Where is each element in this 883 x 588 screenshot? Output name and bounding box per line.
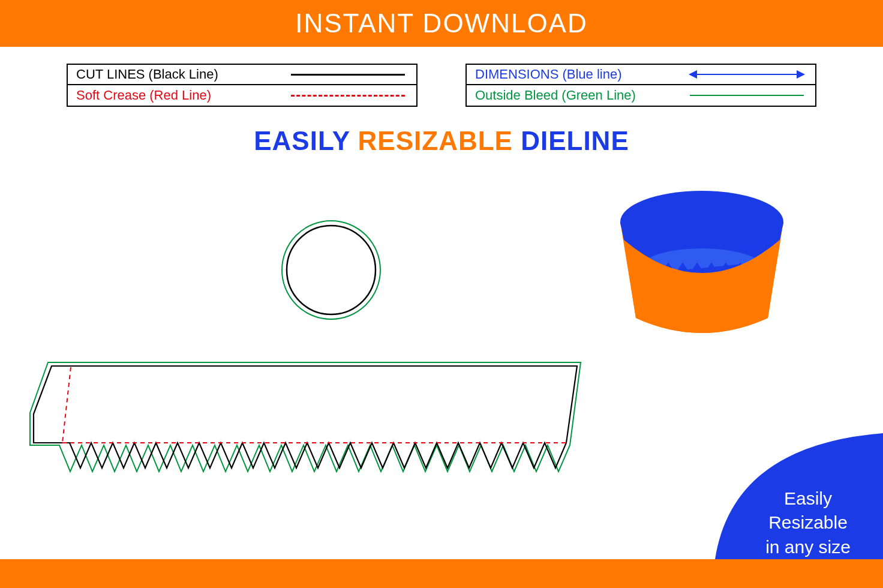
badge-text: Easily Resizable in any size <box>733 487 883 560</box>
cup-mockup <box>620 191 783 333</box>
badge-line-2: Resizable <box>733 511 883 535</box>
svg-point-0 <box>282 221 380 319</box>
badge-line-1: Easily <box>733 487 883 511</box>
svg-point-4 <box>620 191 783 253</box>
svg-line-2 <box>62 367 71 443</box>
dieline-circle <box>282 221 380 319</box>
svg-point-1 <box>287 226 376 314</box>
dieline-body <box>30 362 581 472</box>
badge-line-3: in any size <box>733 535 883 560</box>
footer-bar <box>0 559 883 588</box>
